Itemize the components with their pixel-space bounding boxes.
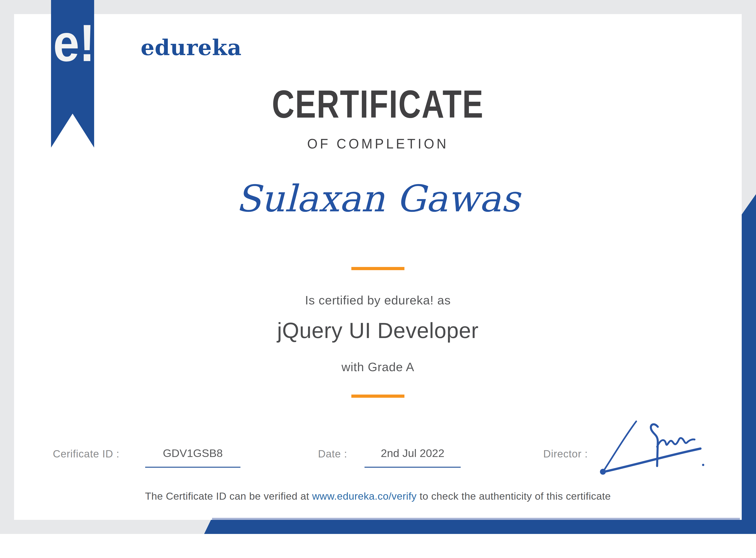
certificate-id-label: Cerificate ID : <box>53 448 119 460</box>
verification-footer: The Certificate ID can be verified at ww… <box>14 490 742 502</box>
verification-text-before: The Certificate ID can be verified at <box>145 490 312 502</box>
recipient-name: Sulaxan Gawas <box>14 179 742 218</box>
date-value: 2nd Jul 2022 <box>364 447 461 459</box>
date-label: Date : <box>318 448 347 460</box>
director-label: Director : <box>543 448 588 460</box>
right-edge-blue-accent <box>742 194 756 534</box>
bottom-blue-band <box>204 520 756 534</box>
certificate-subtitle: OF COMPLETION <box>32 136 724 151</box>
certificate-title: CERTIFICATE <box>87 83 669 125</box>
grade-line: with Grade A <box>14 360 742 374</box>
edureka-monogram-icon: e! <box>53 17 92 69</box>
orange-divider-top <box>351 267 404 270</box>
course-title: jQuery UI Developer <box>14 319 742 342</box>
verify-link[interactable]: www.edureka.co/verify <box>312 490 417 502</box>
director-signature-icon <box>590 417 712 476</box>
orange-divider-bottom <box>351 395 404 398</box>
bottom-band-highlight <box>212 518 740 520</box>
verification-text-after: to check the authenticity of this certif… <box>417 490 611 502</box>
date-underline <box>364 467 461 468</box>
certified-by-line: Is certified by edureka! as <box>14 294 742 307</box>
certificate-id-value: GDV1GSB8 <box>145 447 240 459</box>
certificate-page: e! edureka CERTIFICATE OF COMPLETION Sul… <box>0 0 756 558</box>
certificate-id-underline <box>145 467 240 468</box>
edureka-wordmark: edureka <box>141 36 242 59</box>
